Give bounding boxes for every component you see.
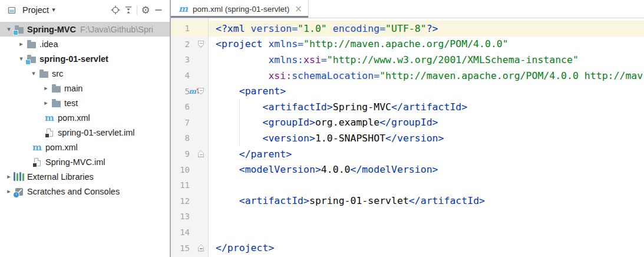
- token: xmlns:: [268, 54, 303, 65]
- tree-item-spring-mvc[interactable]: ▾Spring-MVCF:\Java\Github\Spri: [0, 22, 170, 37]
- token: ?>: [427, 23, 438, 34]
- token: </modelVersion>: [351, 164, 438, 175]
- tree-item-main[interactable]: ▸main: [0, 81, 170, 95]
- tree-item-label: spring-01-servlet: [39, 54, 108, 64]
- toolbar-divider: [137, 5, 137, 15]
- fold-slot: [200, 83, 208, 99]
- token: =: [321, 54, 327, 65]
- collapse-all-icon[interactable]: [122, 4, 135, 17]
- line-number: 6: [171, 102, 190, 111]
- code-text: <?xml version="1.0" encoding="UTF-8"?>: [208, 23, 438, 34]
- code-line-11[interactable]: 11: [171, 177, 644, 193]
- iml-file-icon: [32, 157, 42, 167]
- tree-item-external-libraries[interactable]: ▸External Libraries: [0, 169, 170, 184]
- tree-item-spring-01-servlet[interactable]: ▾spring-01-servlet: [0, 51, 170, 66]
- tree-item-spring-01-servlet-iml[interactable]: spring-01-servlet.iml: [0, 125, 170, 140]
- code-text: </parent>: [208, 149, 292, 160]
- panel-title[interactable]: Project: [22, 5, 49, 15]
- chevron-right-icon[interactable]: ▸: [41, 99, 51, 107]
- fold-end-icon[interactable]: [198, 150, 204, 157]
- code-text: <groupId>org.example</groupId>: [208, 117, 438, 128]
- code-line-6[interactable]: 6 <artifactId>Spring-MVC</artifactId>: [171, 99, 644, 115]
- folder-icon: [38, 68, 49, 78]
- code-line-12[interactable]: 12 <artifactId>spring-01-servlet</artifa…: [171, 193, 644, 209]
- token: 4.0.0: [321, 164, 351, 175]
- code-text: <artifactId>Spring-MVC</artifactId>: [208, 101, 467, 113]
- code-editor[interactable]: 1<?xml version="1.0" encoding="UTF-8"?>2…: [171, 18, 644, 257]
- code-line-15[interactable]: 15</project>: [171, 240, 644, 256]
- code-line-3[interactable]: 3 xmlns:xsi="http://www.w3.org/2001/XMLS…: [171, 52, 644, 68]
- maven-icon: m: [44, 113, 55, 123]
- locate-file-icon[interactable]: [109, 4, 122, 17]
- code-line-2[interactable]: 2<project xmlns="http://maven.apache.org…: [171, 37, 644, 52]
- fold-slot: [200, 68, 208, 84]
- token: "http://maven.apache.org/POM/4.0.0": [303, 38, 508, 50]
- token: <groupId>: [262, 117, 315, 128]
- tree-item-pom-xml[interactable]: mpom.xml: [0, 110, 170, 125]
- line-number: 7: [171, 118, 190, 127]
- chevron-right-icon[interactable]: ▸: [4, 173, 14, 180]
- tree-item-label: src: [52, 69, 63, 78]
- code-line-13[interactable]: 13: [171, 209, 644, 225]
- tab-title: pom.xml (spring-01-servlet): [193, 5, 289, 14]
- token: xsi:: [268, 70, 292, 81]
- fold-slot: [200, 193, 208, 209]
- folder-icon: [51, 83, 61, 93]
- code-line-10[interactable]: 10 <modelVersion>4.0.0</modelVersion>: [171, 162, 644, 177]
- fold-end-icon[interactable]: [198, 245, 204, 252]
- token: <artifactId>: [262, 101, 332, 113]
- line-number: 10: [171, 165, 190, 174]
- token: <project: [216, 38, 268, 50]
- code-line-5[interactable]: 5m↑ <parent>: [171, 83, 644, 99]
- chevron-right-icon[interactable]: ▸: [41, 84, 51, 92]
- chevron-right-icon[interactable]: ▸: [16, 40, 26, 48]
- code-text: <project xmlns="http://maven.apache.org/…: [208, 38, 508, 50]
- token: </project>: [216, 242, 274, 253]
- close-icon[interactable]: ×: [295, 5, 302, 12]
- line-number: 5: [171, 87, 190, 96]
- code-line-14[interactable]: 14: [171, 225, 644, 240]
- code-line-4[interactable]: 4 xsi:schemaLocation="http://maven.apach…: [171, 68, 644, 84]
- chevron-right-icon[interactable]: ▸: [4, 187, 14, 195]
- tree-item-src[interactable]: ▾src: [0, 66, 170, 81]
- tree-item-label: Scratches and Consoles: [27, 187, 120, 196]
- code-line-1[interactable]: 1<?xml version="1.0" encoding="UTF-8"?>: [171, 21, 644, 37]
- settings-gear-icon[interactable]: ⚙: [139, 4, 152, 17]
- tree-item-test[interactable]: ▸test: [0, 95, 170, 110]
- folder-icon: [26, 39, 37, 49]
- token: "http://www.w3.org/2001/XMLSchema-instan…: [327, 54, 579, 65]
- tree-item-scratches-and-consoles[interactable]: ▸Scratches and Consoles: [0, 184, 170, 199]
- line-number: 1: [171, 24, 190, 33]
- tree-item-label: main: [64, 84, 82, 93]
- fold-start-icon[interactable]: [198, 41, 204, 48]
- line-number: 8: [171, 133, 190, 143]
- code-text: </project>: [208, 242, 274, 253]
- project-panel: Project ▾ ⚙ ▾Spring-MVCF:\Java\Github\Sp…: [0, 0, 171, 257]
- token: [216, 54, 268, 65]
- module-badge-icon: [26, 60, 30, 64]
- line-number: 12: [171, 196, 190, 206]
- fold-slot: [200, 162, 208, 177]
- chevron-down-icon[interactable]: ▾: [29, 70, 38, 77]
- editor-tab-bar: m pom.xml (spring-01-servlet) ×: [171, 0, 644, 18]
- token: </artifactId>: [409, 195, 485, 206]
- hide-panel-icon[interactable]: [152, 4, 165, 17]
- tree-item-idea[interactable]: ▸.idea: [0, 37, 170, 51]
- chevron-down-icon[interactable]: ▾: [4, 25, 14, 33]
- chevron-down-icon[interactable]: ▾: [16, 55, 26, 62]
- code-line-9[interactable]: 9 </parent>: [171, 146, 644, 162]
- fold-slot: [200, 177, 208, 193]
- chevron-down-icon[interactable]: ▾: [52, 6, 55, 14]
- maven-icon: m: [32, 142, 42, 152]
- code-line-7[interactable]: 7 <groupId>org.example</groupId>: [171, 115, 644, 131]
- tree-item-pom-xml[interactable]: mpom.xml: [0, 140, 170, 154]
- token: "UTF-8": [385, 23, 427, 34]
- project-tool-window-icon[interactable]: [5, 4, 18, 17]
- code-text: xmlns:xsi="http://www.w3.org/2001/XMLSch…: [208, 54, 579, 65]
- line-number: 9: [171, 149, 190, 159]
- tree-item-spring-mvc-iml[interactable]: Spring-MVC.iml: [0, 154, 170, 169]
- module-folder-icon: [26, 54, 37, 64]
- code-line-8[interactable]: 8 <version>1.0-SNAPSHOT</version>: [171, 130, 644, 146]
- line-number: 2: [171, 39, 190, 49]
- tab-pom-xml[interactable]: m pom.xml (spring-01-servlet) ×: [171, 0, 309, 18]
